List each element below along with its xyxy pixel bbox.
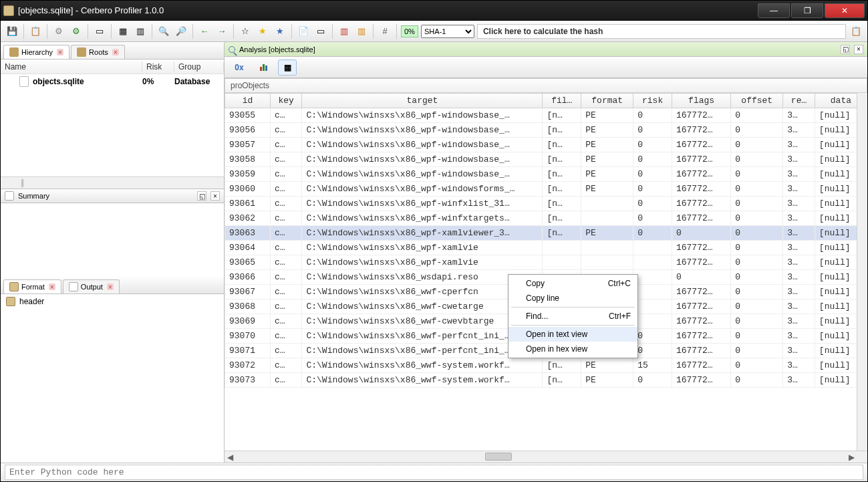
- cell-format[interactable]: PE: [581, 167, 633, 182]
- cell-re[interactable]: 3…: [783, 152, 815, 167]
- ctx-open-hex-view[interactable]: Open in hex view: [509, 342, 637, 356]
- ctx-open-text-view[interactable]: Open in text view: [509, 327, 637, 342]
- cell-risk[interactable]: 0: [633, 123, 672, 138]
- cell-key[interactable]: c…: [270, 344, 302, 358]
- cell-re[interactable]: 3…: [783, 285, 815, 299]
- cell-key[interactable]: c…: [270, 373, 302, 388]
- col-name[interactable]: Name: [1, 62, 142, 72]
- cell-target[interactable]: C:\Windows\winsxs\x86_wpf-xamlvie: [302, 255, 543, 270]
- cell-format[interactable]: PE: [581, 182, 633, 197]
- cell-id[interactable]: 93059: [225, 167, 271, 182]
- cell-risk[interactable]: 0: [633, 373, 672, 388]
- panel-orange-button[interactable]: ▥: [354, 24, 369, 39]
- cell-id[interactable]: 93066: [225, 270, 271, 285]
- table-row[interactable]: 93062c…C:\Windows\winsxs\x86_wpf-winfxta…: [225, 211, 867, 226]
- cell-fil[interactable]: [n…: [543, 138, 581, 152]
- tab-close-icon[interactable]: ×: [49, 283, 55, 290]
- cell-offset[interactable]: 0: [731, 211, 783, 226]
- cell-re[interactable]: 3…: [783, 241, 815, 255]
- cell-re[interactable]: 3…: [783, 299, 815, 314]
- cell-fil[interactable]: [n…: [543, 197, 581, 211]
- cell-fil[interactable]: [n…: [543, 373, 581, 388]
- cell-re[interactable]: 3…: [783, 182, 815, 197]
- col-fil[interactable]: fil…: [543, 94, 581, 108]
- cell-target[interactable]: C:\Windows\winsxs\x86_wwf-cwevbtarge: [302, 314, 543, 329]
- cell-offset[interactable]: 0: [731, 123, 783, 138]
- cell-target[interactable]: C:\Windows\winsxs\x86_wpf-windowsbase_…: [302, 167, 543, 182]
- format-item-header[interactable]: header: [1, 294, 224, 309]
- cell-target[interactable]: C:\Windows\winsxs\x86_wwf-system.workf…: [302, 358, 543, 373]
- cell-format[interactable]: PE: [581, 138, 633, 152]
- tab-format[interactable]: Format ×: [3, 279, 61, 293]
- cell-flags[interactable]: 167772…: [672, 197, 730, 211]
- chart-view-button[interactable]: [254, 59, 273, 76]
- cell-re[interactable]: 3…: [783, 226, 815, 241]
- back-button[interactable]: ←: [197, 24, 212, 39]
- cell-id[interactable]: 93069: [225, 314, 271, 329]
- cell-format[interactable]: PE: [581, 108, 633, 123]
- bookmark-button[interactable]: ☆: [238, 24, 253, 39]
- cell-re[interactable]: 3…: [783, 270, 815, 285]
- tree-item[interactable]: objects.sqlite 0% Database: [1, 74, 224, 89]
- cell-id[interactable]: 93063: [225, 226, 271, 241]
- gear-gray-icon[interactable]: ⚙: [51, 24, 66, 39]
- col-target[interactable]: target: [302, 94, 543, 108]
- cell-format[interactable]: PE: [581, 152, 633, 167]
- minimize-button[interactable]: —: [758, 3, 790, 18]
- tab-output[interactable]: Output ×: [63, 279, 120, 293]
- cell-id[interactable]: 93070: [225, 329, 271, 344]
- cell-format[interactable]: PE: [581, 373, 633, 388]
- cell-target[interactable]: C:\Windows\winsxs\x86_wwf-perfcnt_ini_…: [302, 344, 543, 358]
- panel-close-button[interactable]: ×: [210, 191, 220, 201]
- zoom-in-button[interactable]: 🔍: [156, 24, 171, 39]
- cell-offset[interactable]: 0: [731, 108, 783, 123]
- cell-re[interactable]: 3…: [783, 314, 815, 329]
- save-dropdown-button[interactable]: 💾: [5, 24, 19, 39]
- cell-target[interactable]: C:\Windows\winsxs\x86_wpf-windowsforms_…: [302, 182, 543, 197]
- cell-fil[interactable]: [n…: [543, 123, 581, 138]
- star-yellow-icon[interactable]: ★: [255, 24, 270, 39]
- cell-format[interactable]: [581, 241, 633, 255]
- cell-flags[interactable]: 167772…: [672, 285, 730, 299]
- cell-risk[interactable]: 0: [633, 329, 672, 344]
- table-row[interactable]: 93073c…C:\Windows\winsxs\x86_wwf-system.…: [225, 373, 867, 388]
- forward-button[interactable]: →: [214, 24, 229, 39]
- cell-target[interactable]: C:\Windows\winsxs\x86_wpf-windowsbase_…: [302, 138, 543, 152]
- cell-offset[interactable]: 0: [731, 329, 783, 344]
- cell-id[interactable]: 93056: [225, 123, 271, 138]
- cell-key[interactable]: c…: [270, 329, 302, 344]
- cell-flags[interactable]: 167772…: [672, 344, 730, 358]
- table-row[interactable]: 93057c…C:\Windows\winsxs\x86_wpf-windows…: [225, 138, 867, 152]
- cell-target[interactable]: C:\Windows\winsxs\x86_wwf-system.workf…: [302, 373, 543, 388]
- cell-key[interactable]: c…: [270, 285, 302, 299]
- cell-format[interactable]: PE: [581, 358, 633, 373]
- titlebar[interactable]: [objects.sqlite] - Cerbero Profiler 1.0.…: [1, 1, 867, 21]
- cell-fil[interactable]: [543, 255, 581, 270]
- ctx-copy[interactable]: Copy Ctrl+C: [509, 276, 637, 291]
- cell-target[interactable]: C:\Windows\winsxs\x86_wpf-windowsbase_…: [302, 152, 543, 167]
- cell-fil[interactable]: [n…: [543, 108, 581, 123]
- cell-risk[interactable]: 0: [633, 226, 672, 241]
- cell-offset[interactable]: 0: [731, 241, 783, 255]
- cell-offset[interactable]: 0: [731, 197, 783, 211]
- cell-key[interactable]: c…: [270, 241, 302, 255]
- scroll-thumb[interactable]: [485, 453, 512, 461]
- cell-id[interactable]: 93062: [225, 211, 271, 226]
- cell-key[interactable]: c…: [270, 226, 302, 241]
- layout1-button[interactable]: ▦: [116, 24, 130, 39]
- tab-roots[interactable]: Roots ×: [71, 45, 125, 59]
- cell-risk[interactable]: [633, 241, 672, 255]
- cell-offset[interactable]: 0: [731, 358, 783, 373]
- cell-re[interactable]: 3…: [783, 344, 815, 358]
- scroll-right-icon[interactable]: ▶: [846, 452, 857, 463]
- cell-id[interactable]: 93064: [225, 241, 271, 255]
- gear-green-icon[interactable]: ⚙: [69, 24, 84, 39]
- cell-re[interactable]: 3…: [783, 358, 815, 373]
- col-re[interactable]: re…: [783, 94, 815, 108]
- cell-risk[interactable]: 0: [633, 344, 672, 358]
- cell-offset[interactable]: 0: [731, 373, 783, 388]
- cell-offset[interactable]: 0: [731, 285, 783, 299]
- cell-id[interactable]: 93061: [225, 197, 271, 211]
- cell-key[interactable]: c…: [270, 197, 302, 211]
- cell-target[interactable]: C:\Windows\winsxs\x86_wpf-winfxtargets…: [302, 211, 543, 226]
